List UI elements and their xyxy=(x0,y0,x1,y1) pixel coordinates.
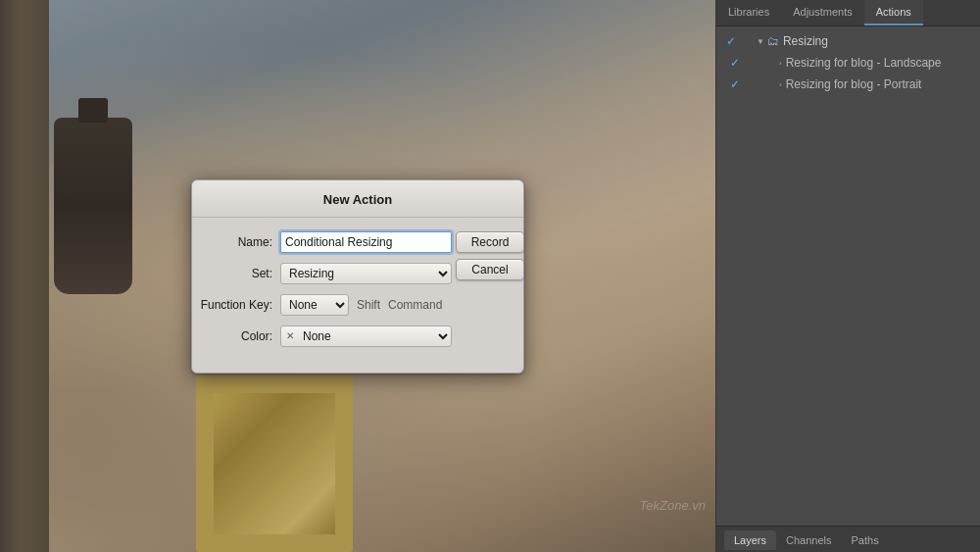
folder-icon: 🗂 xyxy=(767,34,779,48)
action-name-landscape: Resizing for blog - Landscape xyxy=(786,56,942,70)
watermark: TekZone.vn xyxy=(640,498,706,513)
action-name-portrait: Resizing for blog - Portrait xyxy=(786,77,922,91)
check-icon-portrait: ✓ xyxy=(730,78,739,91)
function-key-row: Function Key: None F2F3F4 F5F6F7 Shift C… xyxy=(192,294,452,316)
dialog-form: Name: Set: Resizing Default Actions xyxy=(192,231,452,357)
set-select[interactable]: Resizing Default Actions xyxy=(280,263,452,284)
bottom-tabs: Layers Channels Paths xyxy=(716,526,980,552)
check-icon: ✓ xyxy=(726,35,735,48)
dialog-title: New Action xyxy=(192,180,523,218)
name-input[interactable] xyxy=(280,231,452,253)
tab-actions[interactable]: Actions xyxy=(864,0,923,25)
new-action-dialog: New Action Name: Set: Resizing xyxy=(191,179,524,374)
tab-channels[interactable]: Channels xyxy=(776,530,841,550)
tab-adjustments[interactable]: Adjustments xyxy=(781,0,864,25)
action-group-resizing: ✓ ▼ 🗂 Resizing ✓ › Resizing for blog - L… xyxy=(716,30,980,95)
chevron-landscape: › xyxy=(779,59,782,68)
color-row: Color: ✕ None Red Orange Yellow Green Bl… xyxy=(192,326,452,347)
cancel-button[interactable]: Cancel xyxy=(456,259,524,280)
name-control-area xyxy=(280,231,452,253)
set-label: Set: xyxy=(192,267,280,280)
tab-layers[interactable]: Layers xyxy=(724,530,776,550)
group-name-resizing: Resizing xyxy=(783,34,828,48)
tab-paths[interactable]: Paths xyxy=(842,530,889,550)
record-button[interactable]: Record xyxy=(456,231,524,253)
set-control-area: Resizing Default Actions xyxy=(280,263,452,284)
name-label: Name: xyxy=(192,235,280,249)
main-canvas-area: New Action Name: Set: Resizing xyxy=(0,0,715,552)
color-control-area: ✕ None Red Orange Yellow Green Blue Viol… xyxy=(280,326,452,347)
name-row: Name: xyxy=(192,231,452,253)
landscape-check-2[interactable] xyxy=(742,55,758,71)
resizing-check-1[interactable]: ✓ xyxy=(722,33,738,49)
resizing-check-2[interactable] xyxy=(738,33,754,49)
set-row: Set: Resizing Default Actions xyxy=(192,263,452,284)
expand-icon: ▼ xyxy=(757,37,764,46)
portrait-check-1[interactable]: ✓ xyxy=(726,76,742,92)
tab-libraries[interactable]: Libraries xyxy=(716,0,781,25)
color-select[interactable]: None Red Orange Yellow Green Blue Violet… xyxy=(280,326,452,347)
command-label: Command xyxy=(388,298,442,312)
action-group-header-resizing[interactable]: ✓ ▼ 🗂 Resizing xyxy=(716,30,980,52)
landscape-check-1[interactable]: ✓ xyxy=(726,55,742,71)
function-key-control-area: None F2F3F4 F5F6F7 Shift Command xyxy=(280,294,452,316)
panel-tabs: Libraries Adjustments Actions xyxy=(716,0,980,26)
portrait-check-2[interactable] xyxy=(742,76,758,92)
action-item-landscape[interactable]: ✓ › Resizing for blog - Landscape xyxy=(716,52,980,74)
right-panel: Libraries Adjustments Actions ✓ ▼ 🗂 Resi… xyxy=(715,0,980,552)
actions-content: ✓ ▼ 🗂 Resizing ✓ › Resizing for blog - L… xyxy=(716,26,980,526)
shift-label: Shift xyxy=(357,298,380,312)
action-item-portrait[interactable]: ✓ › Resizing for blog - Portrait xyxy=(716,74,980,95)
dialog-buttons-section: Record Cancel xyxy=(452,231,530,357)
chevron-portrait: › xyxy=(779,80,782,89)
function-key-select[interactable]: None F2F3F4 F5F6F7 xyxy=(280,294,349,316)
color-label: Color: xyxy=(192,329,280,343)
color-select-wrapper: ✕ None Red Orange Yellow Green Blue Viol… xyxy=(280,326,452,347)
check-icon-landscape: ✓ xyxy=(730,57,739,70)
function-key-label: Function Key: xyxy=(192,298,280,312)
